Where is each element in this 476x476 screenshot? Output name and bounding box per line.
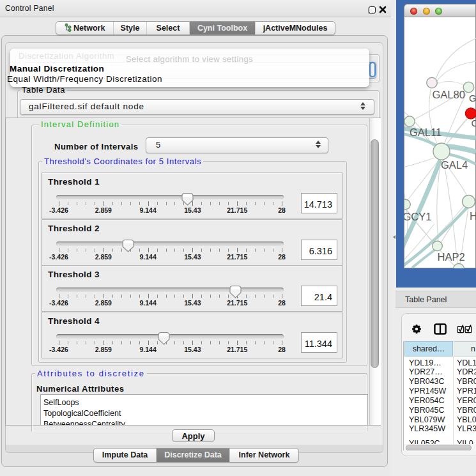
svg-text:C: C bbox=[472, 118, 476, 128]
svg-text:GAL11: GAL11 bbox=[410, 127, 441, 138]
svg-text:GAL80: GAL80 bbox=[433, 89, 465, 100]
svg-text:H: H bbox=[470, 210, 476, 222]
svg-text:GCY1: GCY1 bbox=[404, 211, 431, 222]
svg-text:HAP2: HAP2 bbox=[438, 251, 465, 263]
svg-text:GA: GA bbox=[469, 93, 476, 104]
svg-text:GAL4: GAL4 bbox=[441, 159, 468, 171]
